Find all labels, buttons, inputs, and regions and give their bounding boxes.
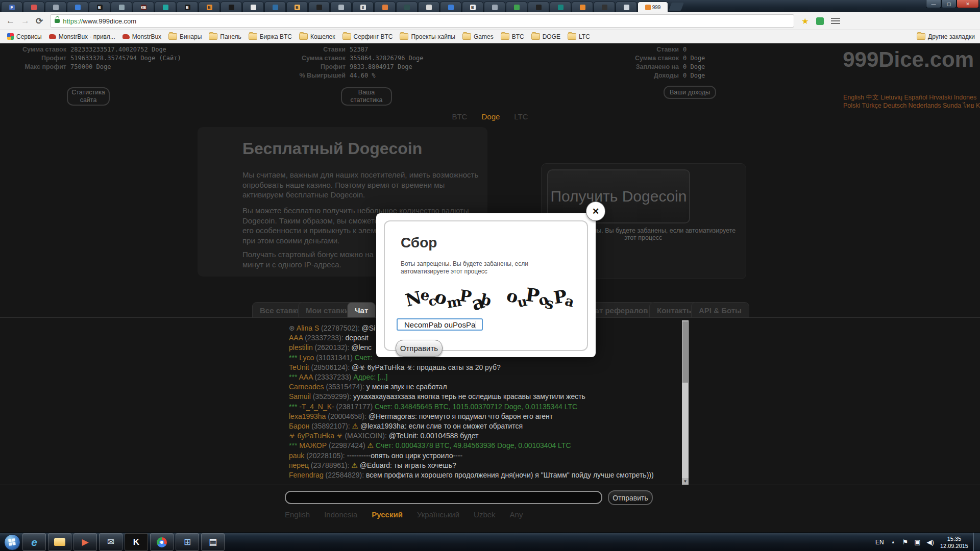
browser-tab[interactable] [572, 2, 593, 13]
bookmark-item[interactable]: Панель [209, 33, 241, 40]
your-stats-button[interactable]: Ваша статистика [341, 87, 392, 106]
volume-icon[interactable]: ◀) [927, 538, 934, 546]
scrollbar-down-arrow[interactable]: ▼ [682, 478, 689, 485]
chat-scrollbar[interactable]: ▼ [682, 320, 689, 485]
tab-api-боты[interactable]: API & Боты [691, 302, 749, 318]
mail-icon[interactable]: ✉ [99, 533, 122, 551]
action-center-flag-icon[interactable]: ⚑ [902, 538, 909, 546]
browser-tab[interactable]: B [462, 2, 483, 13]
browser-tab[interactable] [506, 2, 527, 13]
browser-tab[interactable] [528, 2, 549, 13]
top-language-links[interactable]: English 中文 Lietuvių Español Hrvatski Ind… [843, 93, 980, 110]
bookmark-item[interactable]: Проекты-хайпы [400, 33, 455, 40]
browser-tab[interactable] [45, 2, 66, 13]
bookmark-item[interactable]: MonstrBux - привл... [49, 33, 115, 40]
browser-tab[interactable] [23, 2, 44, 13]
captcha-word: NecomPab [405, 287, 491, 309]
browser-tab[interactable] [220, 2, 242, 13]
browser-tab[interactable]: B [286, 2, 308, 13]
browser-tab-active[interactable]: 999 [638, 2, 668, 13]
browser-tab[interactable] [67, 2, 88, 13]
bookmark-item[interactable]: Сервисы [7, 33, 42, 40]
explorer-folder-icon[interactable] [48, 533, 71, 551]
address-bar[interactable]: https:// www.999dice.com [50, 14, 794, 28]
stat-row: Заплачено на0 Doge [526, 63, 679, 71]
browser-tab[interactable]: 8 [352, 2, 374, 13]
site-stats-button[interactable]: Статистика сайта [67, 87, 110, 106]
chat-lang-русский[interactable]: Русский [372, 510, 403, 519]
show-desktop-button[interactable] [973, 533, 980, 551]
calculator-icon[interactable]: ⊞ [176, 533, 199, 551]
network-icon[interactable]: ▣ [914, 538, 920, 546]
browser-tab[interactable]: F [1, 2, 22, 13]
chat-lang-english[interactable]: English [285, 510, 310, 519]
reload-button[interactable]: ⟳ [36, 16, 43, 27]
other-bookmarks[interactable]: Другие закладки [917, 33, 975, 40]
bookmark-item[interactable]: MonstrBux [122, 33, 161, 40]
taskbar-clock[interactable]: 15:35 12.09.2015 [940, 535, 968, 549]
minimize-button[interactable]: — [926, 0, 941, 8]
bookmark-item[interactable]: Биржа BTC [249, 33, 292, 40]
browser-tab[interactable] [484, 2, 505, 13]
notepad-icon[interactable]: ▤ [201, 533, 225, 551]
tray-expand-icon[interactable]: ▲ [891, 540, 895, 544]
captcha-submit-button[interactable]: Отправить [396, 340, 443, 357]
browser-tab[interactable]: B [177, 2, 198, 13]
media-player-icon[interactable]: ▶ [74, 533, 97, 551]
bookmark-item[interactable]: LTC [568, 33, 590, 40]
browser-tab[interactable]: B [89, 2, 110, 13]
chat-input[interactable] [285, 491, 602, 504]
bookmark-item[interactable]: Кошелек [299, 33, 335, 40]
bookmark-item[interactable]: DOGE [531, 33, 560, 40]
browser-tab[interactable] [330, 2, 352, 13]
back-button[interactable]: ← [6, 16, 15, 26]
paragraph-1: Мы считаем, важным для наших посетителей… [242, 170, 478, 200]
modal-close-button[interactable]: ✕ [586, 202, 605, 220]
bookmark-item[interactable]: Бинары [168, 33, 202, 40]
browser-tab[interactable] [374, 2, 396, 13]
coin-tab-ltc[interactable]: LTC [514, 112, 528, 121]
browser-tab[interactable] [308, 2, 330, 13]
chat-send-button[interactable]: Отправить [608, 490, 653, 505]
tab-favicon-icon [53, 5, 59, 10]
extension-icon[interactable] [816, 17, 824, 25]
bookmark-star-icon[interactable]: ★ [801, 16, 808, 26]
bookmark-item[interactable]: Games [462, 33, 494, 40]
chrome-icon[interactable] [150, 533, 174, 551]
bookmark-item[interactable]: Серфинг BTC [342, 33, 393, 40]
browser-tab[interactable] [594, 2, 615, 13]
keyboard-language[interactable]: EN [875, 539, 884, 546]
coin-tab-btc[interactable]: BTC [452, 112, 467, 121]
chat-lang-uzbek[interactable]: Uzbek [474, 510, 496, 519]
browser-tab[interactable] [440, 2, 461, 13]
forward-button[interactable]: → [21, 16, 30, 26]
browser-tab[interactable] [264, 2, 286, 13]
maximize-button[interactable]: ▢ [941, 0, 957, 8]
browser-tab[interactable] [242, 2, 264, 13]
coin-tab-doge[interactable]: Doge [481, 112, 500, 121]
ie-icon[interactable]: e [22, 533, 46, 551]
chat-lang-indonesia[interactable]: Indonesia [324, 510, 357, 519]
browser-tab[interactable] [418, 2, 439, 13]
bookmark-item[interactable]: BTC [501, 33, 524, 40]
menu-icon[interactable] [831, 16, 840, 26]
chat-lang-український[interactable]: Український [417, 510, 459, 519]
captcha-input[interactable]: NecomPab ouPosPa [397, 318, 483, 331]
your-income-button[interactable]: Ваши доходы [664, 86, 716, 99]
chat-lang-any[interactable]: Any [510, 510, 523, 519]
browser-tab[interactable] [111, 2, 132, 13]
browser-tab[interactable]: КВ [133, 2, 154, 13]
scrollbar-thumb[interactable] [682, 321, 688, 383]
chat-message: Samuil (35259299): уухахахауаазхзаза кно… [289, 392, 682, 402]
close-window-button[interactable]: ✕ [957, 0, 979, 8]
new-tab-button[interactable] [669, 3, 684, 11]
browser-tab[interactable] [155, 2, 176, 13]
tab-чат[interactable]: Чат [347, 302, 376, 318]
browser-tab[interactable] [550, 2, 571, 13]
browser-tab[interactable] [616, 2, 637, 13]
tab-favicon-icon [536, 5, 542, 10]
browser-tab[interactable]: B [199, 2, 220, 13]
browser-tab[interactable] [396, 2, 418, 13]
keepass-icon[interactable]: K [125, 533, 148, 551]
start-button[interactable] [4, 534, 20, 550]
